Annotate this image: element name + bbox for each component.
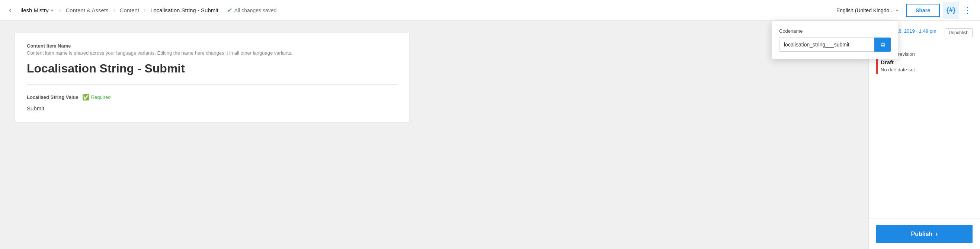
main-layout: Content Item Name Content item name is s… xyxy=(0,21,980,249)
breadcrumb-current: Localisation String - Submit xyxy=(147,7,221,13)
save-status: ✔ All changes saved xyxy=(228,7,277,14)
publish-arrow-icon: › xyxy=(935,230,938,238)
codename-copy-button[interactable]: ⧉ xyxy=(874,38,891,52)
language-chevron-icon: ▾ xyxy=(896,8,898,13)
breadcrumb-sep-3: › xyxy=(144,6,146,14)
string-field-label: Localised String Value xyxy=(27,94,78,100)
save-status-icon: ✔ xyxy=(228,7,232,14)
top-navigation: ‹ Ilesh Mistry ▾ › Content & Assets › Co… xyxy=(0,0,980,21)
publish-label: Publish xyxy=(911,231,933,238)
breadcrumb-sep-1: › xyxy=(59,6,61,14)
required-check-icon: ✅ xyxy=(82,94,90,101)
draft-label: Draft xyxy=(881,59,972,65)
codename-input[interactable] xyxy=(779,38,874,52)
content-area: Content Item Name Content item name is s… xyxy=(0,21,869,249)
codename-input-row: ⧉ xyxy=(779,38,891,52)
back-button[interactable]: ‹ xyxy=(5,3,16,17)
breadcrumb-sep-2: › xyxy=(113,6,115,14)
section-divider xyxy=(27,84,397,85)
language-label: English (United Kingdo... xyxy=(836,8,894,13)
item-title[interactable]: Localisation String - Submit xyxy=(27,62,397,75)
right-sidebar: On Jul 18, 2019 · 1:49 pm Unpublish Curr… xyxy=(869,21,980,249)
user-menu[interactable]: Ilesh Mistry ▾ xyxy=(16,7,58,13)
user-name: Ilesh Mistry xyxy=(21,7,49,13)
breadcrumb-content[interactable]: Content xyxy=(117,7,143,13)
content-item-name-label: Content Item Name xyxy=(27,43,397,49)
required-label: Required xyxy=(91,94,111,100)
codename-button[interactable]: {#} xyxy=(943,2,959,19)
codename-popup: Codename ⧉ xyxy=(772,21,898,59)
share-button[interactable]: Share xyxy=(906,4,940,17)
user-chevron-icon: ▾ xyxy=(51,8,53,13)
language-selector[interactable]: English (United Kingdo... ▾ xyxy=(832,8,903,13)
breadcrumb-content-assets[interactable]: Content & Assets xyxy=(63,7,111,13)
string-field-value[interactable]: Submit xyxy=(27,105,397,111)
more-options-button[interactable]: ⋮ xyxy=(959,2,975,19)
codename-popup-label: Codename xyxy=(779,28,891,34)
save-status-text: All changes saved xyxy=(234,8,277,13)
publish-btn-container: Publish › xyxy=(869,219,980,249)
string-field-header: Localised String Value ✅ Required xyxy=(27,94,397,101)
content-item-name-description: Content item name is shared across your … xyxy=(27,50,397,56)
publish-button[interactable]: Publish › xyxy=(876,225,972,243)
no-due-date-label: No due date set xyxy=(881,67,972,73)
content-card: Content Item Name Content item name is s… xyxy=(15,33,409,122)
unpublish-button[interactable]: Unpublish xyxy=(945,28,972,37)
required-badge: ✅ Required xyxy=(82,94,111,101)
